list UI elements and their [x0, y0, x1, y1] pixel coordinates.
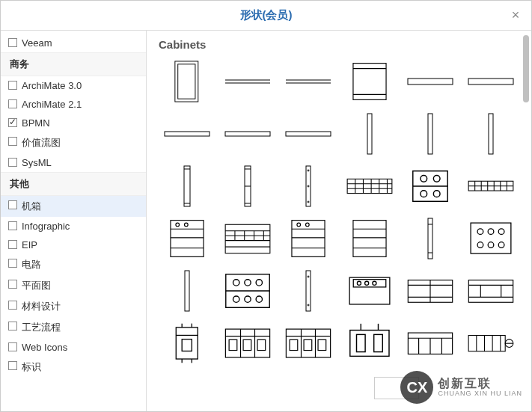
sidebar-item-infographic[interactable]: Infographic: [1, 217, 146, 236]
shape-breaker-3[interactable]: [219, 320, 275, 366]
shape-vert-narrow[interactable]: [402, 215, 458, 262]
shape-slim-bar-3[interactable]: [281, 111, 337, 157]
shape-slim-bar-1[interactable]: [159, 111, 215, 157]
shape-grid: [159, 58, 519, 366]
sidebar-item-archimate30[interactable]: ArchiMate 3.0: [1, 76, 146, 95]
sidebar-item-signs[interactable]: 标识: [1, 357, 146, 378]
checkbox-icon: [8, 259, 17, 268]
sidebar-item-label: 机箱: [22, 200, 41, 212]
checkbox-icon: [8, 361, 17, 370]
svg-rect-125: [287, 329, 331, 357]
sidebar-item-sysml[interactable]: SysML: [1, 153, 146, 172]
sidebar-item-cabinets[interactable]: 机箱: [1, 196, 146, 217]
sidebar-item-archimate21[interactable]: ArchiMate 2.1: [1, 95, 146, 114]
shape-vert-hatch-1[interactable]: [159, 163, 215, 209]
shape-vert-hatch-3[interactable]: [281, 163, 337, 209]
sidebar-item-label: 工艺流程: [22, 322, 61, 333]
checkbox-icon: [8, 81, 17, 90]
shape-circle-panel-2[interactable]: [463, 215, 519, 262]
svg-rect-111: [176, 328, 198, 359]
sidebar-item-label: Veeam: [22, 37, 52, 49]
shape-bar-1[interactable]: [402, 58, 458, 105]
shape-list[interactable]: Cabinets: [147, 31, 531, 411]
checkbox-icon: [8, 99, 17, 108]
shape-rail-thin-1[interactable]: [219, 58, 275, 105]
dialog-title: 形状(会员): [240, 8, 293, 22]
shape-circle-panel-1[interactable]: [402, 163, 458, 209]
sidebar-item-label: 标识: [22, 361, 41, 372]
dialog-body: Veeam 商务 ArchiMate 3.0 ArchiMate 2.1 BPM…: [1, 31, 531, 411]
checkbox-icon: [8, 342, 17, 351]
sidebar-group-other: 其他: [1, 172, 146, 196]
sidebar-item-valuestream[interactable]: 价值流图: [1, 132, 146, 153]
svg-rect-142: [468, 335, 505, 351]
shape-grid-panel-2[interactable]: [463, 163, 519, 209]
scrollbar-thumb[interactable]: [523, 35, 529, 102]
shape-vert-dotted[interactable]: [281, 268, 337, 314]
watermark-logo-icon: CX: [400, 371, 433, 404]
sidebar-item-floorplan[interactable]: 平面图: [1, 275, 146, 296]
main-scrollbar[interactable]: [523, 35, 529, 407]
svg-rect-97: [349, 277, 390, 304]
svg-rect-71: [353, 221, 386, 257]
shape-vert-slim-1[interactable]: [341, 111, 397, 157]
watermark: CX 创新互联 CHUANG XIN HU LIAN: [400, 371, 522, 404]
svg-rect-9: [408, 79, 453, 84]
sidebar-item-label: Infographic: [22, 221, 70, 232]
shape-rail-thin-2[interactable]: [281, 58, 337, 105]
shapes-dialog: 形状(会员) × Veeam 商务 ArchiMate 3.0 ArchiMat…: [0, 0, 532, 412]
svg-rect-12: [225, 132, 270, 136]
shape-vert-bar[interactable]: [159, 268, 215, 314]
sidebar-item-material[interactable]: 材料设计: [1, 296, 146, 317]
svg-rect-14: [367, 114, 372, 154]
shape-switch-block[interactable]: [402, 320, 458, 366]
shape-vert-slim-2[interactable]: [402, 111, 458, 157]
sidebar-item-label: 材料设计: [22, 301, 61, 312]
sidebar-item-circuit[interactable]: 电路: [1, 254, 146, 275]
sidebar-item-veeam[interactable]: Veeam: [1, 34, 146, 52]
shape-vert-slim-3[interactable]: [463, 111, 519, 157]
sidebar-item-process[interactable]: 工艺流程: [1, 317, 146, 338]
sidebar-item-eip[interactable]: EIP: [1, 236, 146, 254]
shape-circle-panel-3[interactable]: [219, 268, 275, 314]
shape-panel-top[interactable]: [341, 268, 397, 314]
svg-rect-11: [165, 132, 210, 136]
shape-stacked-3[interactable]: [341, 215, 397, 262]
shape-grid-panel-1[interactable]: [341, 163, 397, 209]
dialog-header: 形状(会员) ×: [1, 1, 531, 31]
watermark-en: CHUANG XIN HU LIAN: [438, 390, 522, 398]
svg-rect-10: [468, 79, 513, 84]
svg-rect-106: [469, 280, 513, 302]
checkbox-icon: [8, 158, 17, 167]
shape-breaker-1[interactable]: [159, 320, 215, 366]
sidebar-item-bpmn[interactable]: BPMN: [1, 114, 146, 132]
shape-bar-2[interactable]: [463, 58, 519, 105]
checkbox-icon: [8, 137, 17, 146]
shape-box-divided-2[interactable]: [463, 268, 519, 314]
sidebar-item-label: EIP: [22, 239, 37, 250]
shape-stacked-2[interactable]: [281, 215, 337, 262]
close-button[interactable]: ×: [507, 7, 524, 23]
shape-slim-bar-2[interactable]: [219, 111, 275, 157]
shape-connector-block[interactable]: [341, 320, 397, 366]
shape-breaker-3b[interactable]: [281, 320, 337, 366]
svg-rect-15: [428, 114, 432, 154]
shape-stacked-1[interactable]: [159, 215, 215, 262]
shape-box-divided-1[interactable]: [402, 268, 458, 314]
svg-rect-78: [471, 224, 511, 254]
sidebar-item-webicons[interactable]: Web Icons: [1, 338, 146, 357]
svg-rect-118: [225, 329, 269, 357]
svg-rect-28: [347, 179, 392, 193]
shape-cabinet-open[interactable]: [159, 58, 215, 105]
sidebar-item-label: Web Icons: [22, 342, 67, 353]
sidebar: Veeam 商务 ArchiMate 3.0 ArchiMate 2.1 BPM…: [1, 31, 147, 411]
svg-rect-94: [306, 271, 311, 311]
svg-rect-132: [350, 330, 389, 357]
shape-cabinet-panel[interactable]: [341, 58, 397, 105]
shape-stacked-grid[interactable]: [219, 215, 275, 262]
checkbox-icon: [8, 240, 17, 249]
shape-vert-hatch-2[interactable]: [219, 163, 275, 209]
shape-disconnect-switch[interactable]: [463, 320, 519, 366]
sidebar-item-label: ArchiMate 2.1: [22, 99, 82, 110]
main-panel: Cabinets: [147, 31, 531, 411]
